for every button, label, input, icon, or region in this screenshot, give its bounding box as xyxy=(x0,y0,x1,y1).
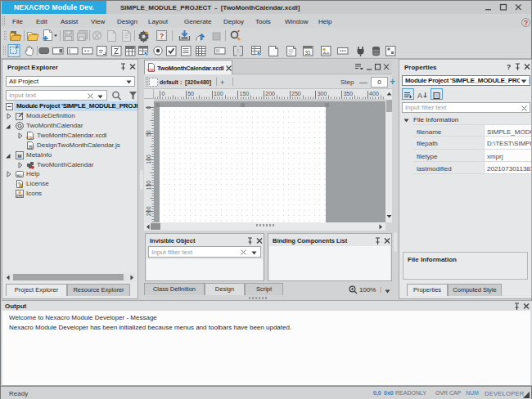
svg-text:XCDL: XCDL xyxy=(26,137,34,140)
svg-text:CHM: CHM xyxy=(16,174,23,177)
svg-text:A: A xyxy=(417,92,422,100)
svg-text:JS: JS xyxy=(28,146,33,150)
svg-text:150: 150 xyxy=(146,181,151,191)
svg-text:ICO: ICO xyxy=(17,195,22,198)
svg-text:400: 400 xyxy=(369,91,379,96)
svg-text:200: 200 xyxy=(146,206,151,216)
svg-text:300: 300 xyxy=(318,91,327,96)
svg-text:M: M xyxy=(18,154,22,159)
svg-text:250: 250 xyxy=(291,91,301,96)
svg-text:31: 31 xyxy=(304,50,311,56)
svg-text:XCDL: XCDL xyxy=(147,69,156,72)
svg-text:350: 350 xyxy=(343,91,353,96)
svg-text:?: ? xyxy=(160,32,165,40)
svg-text:150: 150 xyxy=(240,91,250,96)
svg-text:?: ? xyxy=(507,63,511,71)
svg-text:50: 50 xyxy=(187,91,194,96)
svg-text:200: 200 xyxy=(265,91,275,96)
svg-text:100: 100 xyxy=(214,91,223,96)
svg-text:0: 0 xyxy=(162,91,165,96)
svg-text:0: 0 xyxy=(146,105,151,109)
svg-text:100: 100 xyxy=(146,155,151,164)
svg-text:50: 50 xyxy=(146,130,151,137)
